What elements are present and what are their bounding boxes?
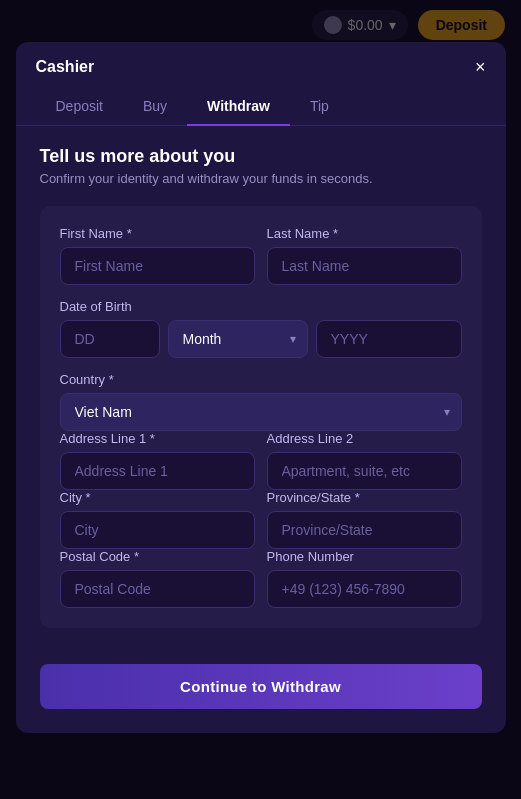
modal-overlay: Cashier × Deposit Buy Withdraw Tip Tell … [0,0,521,799]
modal-header: Cashier × [16,42,506,76]
country-select-wrapper: Viet Nam United States United Kingdom Ge… [60,393,462,431]
tab-tip[interactable]: Tip [290,88,349,126]
first-name-input[interactable] [60,247,255,285]
postal-phone-row: Postal Code * Phone Number [60,549,462,608]
cashier-modal: Cashier × Deposit Buy Withdraw Tip Tell … [16,42,506,733]
country-select[interactable]: Viet Nam United States United Kingdom Ge… [60,393,462,431]
city-label: City * [60,490,255,505]
city-province-row: City * Province/State * [60,490,462,549]
address2-label: Address Line 2 [267,431,462,446]
continue-button[interactable]: Continue to Withdraw [40,664,482,709]
postal-input[interactable] [60,570,255,608]
last-name-col: Last Name * [267,226,462,285]
phone-col: Phone Number [267,549,462,608]
dob-year-col [316,320,462,358]
province-col: Province/State * [267,490,462,549]
postal-label: Postal Code * [60,549,255,564]
province-label: Province/State * [267,490,462,505]
section-title: Tell us more about you [40,146,482,167]
tabs-bar: Deposit Buy Withdraw Tip [16,88,506,126]
address2-col: Address Line 2 [267,431,462,490]
dob-dd-input[interactable] [60,320,160,358]
phone-input[interactable] [267,570,462,608]
dob-year-input[interactable] [316,320,462,358]
name-row: First Name * Last Name * [60,226,462,285]
address1-label: Address Line 1 * [60,431,255,446]
modal-title: Cashier [36,58,95,76]
close-button[interactable]: × [475,58,486,76]
tab-buy[interactable]: Buy [123,88,187,126]
tab-deposit[interactable]: Deposit [36,88,123,126]
continue-btn-wrap: Continue to Withdraw [16,648,506,733]
dob-row: Month JanuaryFebruaryMarch AprilMayJune … [60,320,462,358]
section-subtitle: Confirm your identity and withdraw your … [40,171,482,186]
city-input[interactable] [60,511,255,549]
dob-dd-col [60,320,160,358]
dob-month-select[interactable]: Month JanuaryFebruaryMarch AprilMayJune … [168,320,308,358]
address1-col: Address Line 1 * [60,431,255,490]
address1-input[interactable] [60,452,255,490]
city-col: City * [60,490,255,549]
dob-month-col: Month JanuaryFebruaryMarch AprilMayJune … [168,320,308,358]
province-input[interactable] [267,511,462,549]
last-name-label: Last Name * [267,226,462,241]
address-row: Address Line 1 * Address Line 2 [60,431,462,490]
country-label: Country * [60,372,462,387]
last-name-input[interactable] [267,247,462,285]
address2-input[interactable] [267,452,462,490]
form-section: Tell us more about you Confirm your iden… [16,126,506,648]
postal-col: Postal Code * [60,549,255,608]
tab-withdraw[interactable]: Withdraw [187,88,290,126]
phone-label: Phone Number [267,549,462,564]
first-name-label: First Name * [60,226,255,241]
first-name-col: First Name * [60,226,255,285]
dob-label: Date of Birth [60,299,462,314]
form-card: First Name * Last Name * Date of Birth [40,206,482,628]
